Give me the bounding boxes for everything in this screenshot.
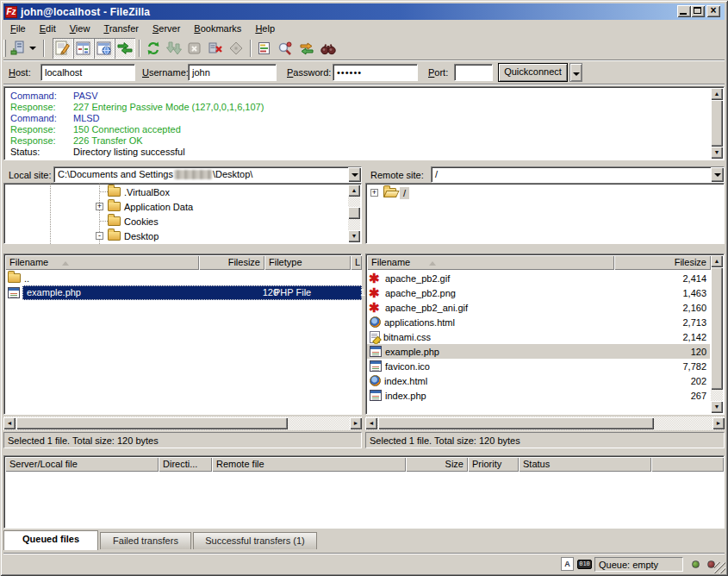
tree-guide <box>50 184 51 244</box>
scroll-up-button[interactable]: ▲ <box>348 185 360 197</box>
menu-view[interactable]: View <box>63 21 97 36</box>
toggle-transfer-queue-button[interactable] <box>115 38 135 59</box>
queue-column-priority[interactable]: Priority <box>468 457 519 472</box>
disconnect-button[interactable] <box>205 38 226 59</box>
scroll-up-button[interactable]: ▲ <box>711 255 723 267</box>
scrollbar-thumb[interactable] <box>378 417 654 429</box>
port-input[interactable] <box>454 64 493 81</box>
local-column-filesize[interactable]: Filesize <box>199 255 264 270</box>
queue-column-size[interactable]: Size <box>406 457 468 472</box>
queue-column-server-local-file[interactable]: Server/Local file <box>5 457 159 472</box>
log-line: Command:MLSD <box>10 113 100 123</box>
remote-site-dropdown-button[interactable] <box>711 167 724 182</box>
local-site-dropdown-button[interactable] <box>348 167 361 182</box>
close-button[interactable]: × <box>706 5 720 17</box>
scroll-down-button[interactable]: ▼ <box>348 230 360 242</box>
tree-expander[interactable]: + <box>370 189 378 197</box>
menu-bookmarks[interactable]: Bookmarks <box>187 21 248 36</box>
menu-edit[interactable]: Edit <box>33 21 63 36</box>
remote-file-row[interactable]: ✱apache_pb2_ani.gif2,160 <box>367 300 710 315</box>
local-tree-scrollbar[interactable]: ▲ ▼ <box>348 185 360 242</box>
queue-column-status[interactable]: Status <box>519 457 651 472</box>
remote-file-row[interactable]: index.php267 <box>367 388 710 403</box>
local-horizontal-scrollbar[interactable]: ◄ ► <box>3 416 362 430</box>
directory-listing-filters-button[interactable] <box>254 38 275 59</box>
maximize-button[interactable] <box>691 5 705 17</box>
refresh-button[interactable] <box>143 38 164 59</box>
directory-comparison-button[interactable] <box>275 38 296 59</box>
scroll-left-button[interactable]: ◄ <box>365 417 377 429</box>
tab-failed-transfers[interactable]: Failed transfers <box>100 532 191 549</box>
process-queue-button[interactable] <box>164 38 184 59</box>
scroll-right-button[interactable]: ► <box>712 417 725 429</box>
menu-file[interactable]: File <box>3 21 33 36</box>
site-manager-button[interactable] <box>7 38 28 59</box>
menu-help[interactable]: Help <box>248 21 282 36</box>
remote-status-bar: Selected 1 file. Total size: 120 bytes <box>365 432 725 448</box>
local-column-last-modified[interactable]: L <box>351 255 362 270</box>
scrollbar-thumb[interactable] <box>711 267 723 390</box>
tree-item-cookies[interactable]: Cookies <box>108 214 159 229</box>
site-manager-dropdown-button[interactable] <box>27 38 38 59</box>
menu-server[interactable]: Server <box>146 21 187 36</box>
toolbar-grip <box>3 40 6 57</box>
remote-site-combobox[interactable]: / <box>431 166 725 183</box>
log-line: Command:PASV <box>10 91 98 101</box>
tab-queued-files[interactable]: Queued files <box>3 530 98 550</box>
local-file-row-parent[interactable]: .. <box>5 271 362 285</box>
menu-transfer[interactable]: Transfer <box>96 21 146 36</box>
host-input[interactable]: localhost <box>40 64 135 81</box>
scroll-left-button[interactable]: ◄ <box>3 417 16 429</box>
log-scrollbar[interactable]: ▲ ▼ <box>711 88 723 159</box>
tab-successful-transfers[interactable]: Successful transfers (1) <box>193 532 317 549</box>
quickconnect-dropdown-button[interactable] <box>569 63 582 82</box>
scrollbar-thumb[interactable] <box>711 100 723 147</box>
scrollbar-thumb[interactable] <box>348 207 360 219</box>
local-path-suffix: \Desktop\ <box>213 169 252 179</box>
remote-file-row-selected[interactable]: example.php120 <box>367 344 710 359</box>
remote-file-row[interactable]: bitnami.css2,142 <box>367 329 710 344</box>
queue-column-remote-file[interactable]: Remote file <box>212 457 406 472</box>
quickconnect-button[interactable]: Quickconnect <box>498 63 568 82</box>
tree-item-root[interactable]: / <box>383 185 409 200</box>
scroll-down-button[interactable]: ▼ <box>711 147 723 159</box>
tree-item-desktop[interactable]: Desktop <box>108 229 159 243</box>
remote-column-filesize[interactable]: Filesize <box>614 255 711 270</box>
scroll-up-button[interactable]: ▲ <box>711 88 723 100</box>
queue-column-empty <box>651 457 724 472</box>
tree-expander[interactable]: - <box>96 232 103 240</box>
password-input[interactable]: •••••• <box>333 64 418 81</box>
queue-column-direction[interactable]: Directi... <box>159 457 212 472</box>
toggle-local-tree-button[interactable] <box>73 38 94 59</box>
local-column-filename[interactable]: Filename <box>5 255 199 270</box>
find-files-button[interactable] <box>318 38 339 59</box>
data-type-indicator-icon: A <box>561 557 574 571</box>
reconnect-button[interactable] <box>226 38 246 59</box>
dropdown-arrow-icon <box>29 47 36 50</box>
scrollbar-thumb[interactable] <box>16 417 288 429</box>
remote-list-scrollbar[interactable]: ▲ ▼ <box>711 255 723 413</box>
remote-file-row[interactable]: ✱apache_pb2.gif2,414 <box>367 271 710 285</box>
remote-file-row[interactable]: favicon.ico7,782 <box>367 359 710 373</box>
tree-item-virtualbox[interactable]: .VirtualBox <box>108 185 170 199</box>
username-input[interactable]: john <box>188 64 277 81</box>
toggle-message-log-button[interactable] <box>53 38 73 59</box>
remote-horizontal-scrollbar[interactable]: ◄ ► <box>365 416 725 430</box>
remote-column-filename[interactable]: Filename <box>367 255 614 270</box>
toggle-remote-tree-button[interactable] <box>94 38 115 59</box>
remote-file-row[interactable]: index.html202 <box>367 373 710 388</box>
local-file-row-selected[interactable]: example.php 120 PHP File 1 <box>5 285 362 300</box>
cancel-button[interactable] <box>184 38 205 59</box>
local-site-combobox[interactable]: C:\Documents and Settings\Desktop\ <box>53 166 362 183</box>
synchronized-browsing-button[interactable] <box>296 38 317 59</box>
scroll-right-button[interactable]: ► <box>350 417 362 429</box>
remote-file-row[interactable]: applications.html2,713 <box>367 315 710 329</box>
open-folder-icon <box>383 188 396 197</box>
scroll-down-button[interactable]: ▼ <box>711 401 723 413</box>
resize-grip[interactable] <box>714 562 725 573</box>
tree-item-application-data[interactable]: Application Data <box>108 199 193 214</box>
tree-expander[interactable]: + <box>96 203 103 210</box>
remote-file-row[interactable]: ✱apache_pb2.png1,463 <box>367 285 710 300</box>
minimize-button[interactable] <box>677 5 691 17</box>
local-column-filetype[interactable]: Filetype <box>264 255 351 270</box>
